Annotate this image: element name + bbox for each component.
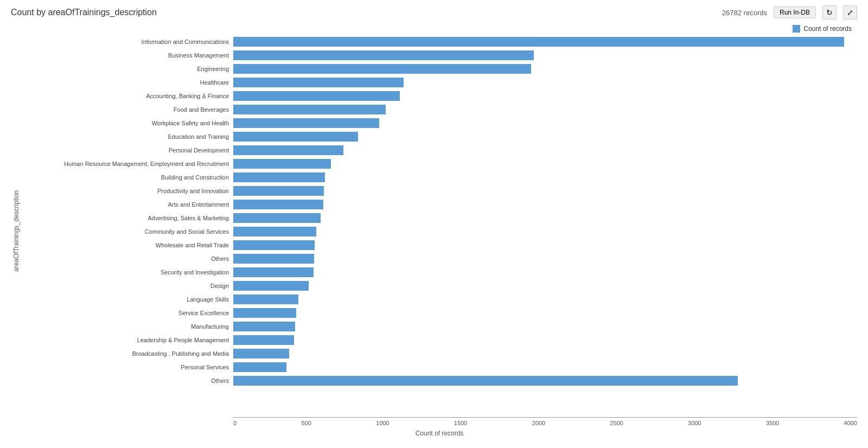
- bar-fill: [233, 213, 321, 223]
- bar-fill: [233, 145, 343, 155]
- bar-label: Service Excellence: [43, 310, 233, 316]
- x-tick: 2500: [610, 420, 623, 426]
- bar-row: Language Skills: [43, 293, 857, 305]
- bar-label: Advertising, Sales & Marketing: [43, 215, 233, 221]
- chart-inner: Count of records Information and Communi…: [22, 25, 857, 437]
- bar-row: Food and Beverages: [43, 104, 857, 116]
- bar-row: Broadcasting , Publishing and Media: [43, 348, 857, 360]
- main-container: Count by areaOfTrainings_description 267…: [0, 0, 868, 448]
- bar-track: [233, 78, 857, 87]
- legend-label: Count of records: [803, 25, 852, 33]
- bar-track: [233, 105, 857, 114]
- bar-row: Arts and Entertainment: [43, 199, 857, 210]
- bar-fill: [233, 50, 534, 60]
- bar-label: Engineering: [43, 66, 233, 72]
- bar-row: Community and Social Services: [43, 226, 857, 238]
- x-tick: 3000: [688, 420, 701, 426]
- bar-row: Workplace Safety and Health: [43, 117, 857, 129]
- bar-fill: [233, 227, 316, 236]
- bar-fill: [233, 362, 286, 372]
- bar-row: Business Management: [43, 49, 857, 61]
- bar-fill: [233, 240, 315, 250]
- bar-track: [233, 281, 857, 291]
- bar-row: Advertising, Sales & Marketing: [43, 212, 857, 224]
- bar-label: Community and Social Services: [43, 228, 233, 235]
- bar-row: Accounting, Banking & Finance: [43, 90, 857, 102]
- bar-fill: [233, 335, 294, 345]
- bar-fill: [233, 200, 323, 209]
- chart-plot: Information and CommunicationsBusiness M…: [22, 25, 857, 437]
- bar-row: Service Excellence: [43, 307, 857, 319]
- bar-label: Arts and Entertainment: [43, 201, 233, 208]
- x-tick: 1500: [454, 420, 467, 426]
- x-tick: 3500: [766, 420, 779, 426]
- bar-label: Information and Communications: [43, 39, 233, 45]
- x-axis-label: Count of records: [22, 430, 857, 437]
- bar-track: [233, 240, 857, 250]
- bar-fill: [233, 105, 386, 114]
- bar-fill: [233, 159, 331, 169]
- legend: Count of records: [793, 25, 852, 33]
- bar-fill: [233, 186, 324, 196]
- x-tick: 0: [233, 420, 237, 426]
- bar-fill: [233, 118, 379, 128]
- chart-header: Count by areaOfTrainings_description 267…: [11, 5, 857, 20]
- bar-fill: [233, 172, 325, 182]
- bar-label: Workplace Safety and Health: [43, 120, 233, 126]
- y-axis-label: areaOfTrainings_description: [11, 25, 22, 437]
- bar-row: Productivity and Innovation: [43, 185, 857, 197]
- bar-row: Human Resource Management, Employment an…: [43, 158, 857, 170]
- bar-track: [233, 64, 857, 74]
- bar-label: Building and Construction: [43, 174, 233, 181]
- bar-row: Design: [43, 280, 857, 292]
- bar-row: Healthcare: [43, 76, 857, 88]
- bar-track: [233, 91, 857, 101]
- bar-fill: [233, 295, 298, 304]
- bar-row: Wholesale and Retail Trade: [43, 239, 857, 251]
- bar-fill: [233, 254, 314, 264]
- bar-label: Others: [43, 377, 233, 384]
- refresh-button[interactable]: ↻: [822, 5, 837, 20]
- bar-label: Security and Investigation: [43, 269, 233, 276]
- bar-fill: [233, 281, 309, 291]
- bar-label: Productivity and Innovation: [43, 188, 233, 194]
- bar-row: Others: [43, 253, 857, 265]
- expand-icon: ⤢: [847, 8, 853, 17]
- bar-track: [233, 50, 857, 60]
- bar-row: Building and Construction: [43, 171, 857, 183]
- bar-label: Language Skills: [43, 296, 233, 303]
- bar-row: Engineering: [43, 63, 857, 75]
- bar-track: [233, 118, 857, 128]
- run-indb-button[interactable]: Run In-DB: [774, 7, 816, 18]
- refresh-icon: ↻: [826, 8, 833, 17]
- bar-row: Personal Development: [43, 144, 857, 156]
- bar-fill: [233, 132, 358, 142]
- bar-fill: [233, 267, 314, 277]
- expand-button[interactable]: ⤢: [843, 5, 857, 20]
- bar-fill: [233, 64, 531, 74]
- bar-label: Personal Development: [43, 147, 233, 153]
- x-ticks: 05001000150020002500300035004000: [233, 418, 857, 426]
- bar-track: [233, 267, 857, 277]
- bar-label: Personal Services: [43, 364, 233, 370]
- bar-label: Design: [43, 283, 233, 289]
- bar-label: Wholesale and Retail Trade: [43, 242, 233, 248]
- bar-row: Personal Services: [43, 361, 857, 373]
- bars-container: Information and CommunicationsBusiness M…: [43, 36, 857, 417]
- bar-track: [233, 295, 857, 304]
- bar-row: Leadership & People Management: [43, 334, 857, 346]
- bar-track: [233, 227, 857, 236]
- bar-track: [233, 308, 857, 318]
- bar-row: Others: [43, 375, 857, 387]
- bar-track: [233, 145, 857, 155]
- header-controls: 26782 records Run In-DB ↻ ⤢: [722, 5, 857, 20]
- bar-track: [233, 172, 857, 182]
- bar-row: Manufacturing: [43, 321, 857, 332]
- bar-label: Healthcare: [43, 79, 233, 86]
- bar-track: [233, 159, 857, 169]
- bar-fill: [233, 37, 844, 47]
- x-tick: 4000: [844, 420, 857, 426]
- bar-label: Education and Training: [43, 133, 233, 140]
- chart-title: Count by areaOfTrainings_description: [11, 8, 157, 17]
- bar-track: [233, 335, 857, 345]
